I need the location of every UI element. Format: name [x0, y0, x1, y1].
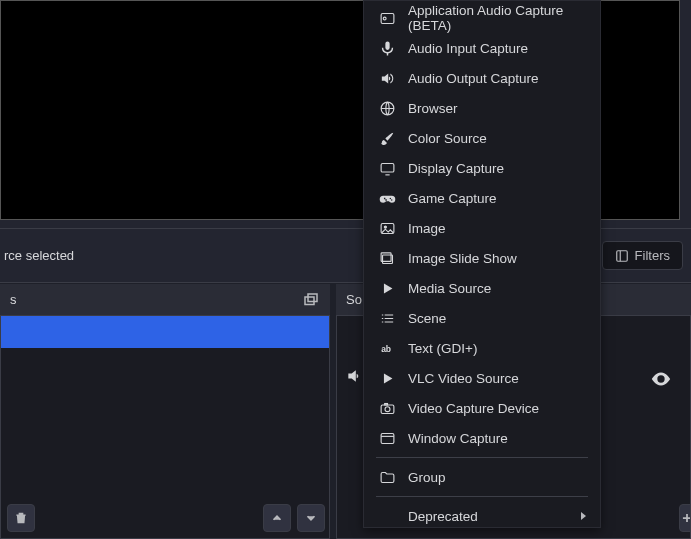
menu-separator — [376, 457, 588, 458]
menu-label: Scene — [408, 311, 446, 326]
move-scene-up-button[interactable] — [263, 504, 291, 532]
svg-point-10 — [384, 226, 386, 228]
menu-item-deprecated[interactable]: Deprecated — [364, 501, 600, 531]
speaker-icon — [345, 366, 365, 386]
scene-row-active[interactable] — [1, 316, 329, 348]
menu-label: Display Capture — [408, 161, 504, 176]
menu-label: Browser — [408, 101, 458, 116]
filters-button[interactable]: Filters — [602, 241, 683, 270]
scenes-dock: s — [0, 284, 330, 539]
svg-point-6 — [383, 17, 386, 20]
menu-label: Video Capture Device — [408, 401, 539, 416]
svg-rect-17 — [381, 433, 394, 443]
svg-rect-0 — [616, 250, 627, 261]
text-icon: ab — [378, 339, 396, 357]
chevron-down-icon — [304, 511, 318, 525]
menu-label: Text (GDI+) — [408, 341, 477, 356]
move-scene-down-button[interactable] — [297, 504, 325, 532]
sources-bottom-toolbar — [673, 498, 690, 538]
add-source-button[interactable] — [679, 504, 691, 532]
menu-label: Deprecated — [408, 509, 478, 524]
camera-icon — [378, 399, 396, 417]
menu-separator — [376, 496, 588, 497]
menu-item-browser[interactable]: Browser — [364, 93, 600, 123]
add-source-menu: Application Audio Capture (BETA) Audio I… — [363, 0, 601, 528]
menu-label: Audio Input Capture — [408, 41, 528, 56]
gamepad-icon — [378, 189, 396, 207]
menu-label: Window Capture — [408, 431, 508, 446]
menu-item-window-capture[interactable]: Window Capture — [364, 423, 600, 453]
scenes-header[interactable]: s — [0, 284, 330, 316]
play-icon — [378, 369, 396, 387]
plus-icon — [680, 511, 691, 525]
menu-item-game-capture[interactable]: Game Capture — [364, 183, 600, 213]
visibility-toggle[interactable] — [650, 368, 672, 390]
svg-rect-16 — [384, 403, 387, 404]
menu-item-audio-input[interactable]: Audio Input Capture — [364, 33, 600, 63]
menu-label: Image Slide Show — [408, 251, 517, 266]
list-icon — [378, 309, 396, 327]
globe-icon — [378, 99, 396, 117]
svg-point-15 — [385, 406, 390, 411]
menu-label: Media Source — [408, 281, 491, 296]
speaker-icon — [378, 69, 396, 87]
menu-item-group[interactable]: Group — [364, 462, 600, 492]
scenes-bottom-toolbar — [1, 498, 330, 538]
menu-item-display-capture[interactable]: Display Capture — [364, 153, 600, 183]
menu-item-audio-output[interactable]: Audio Output Capture — [364, 63, 600, 93]
menu-label: Audio Output Capture — [408, 71, 539, 86]
menu-item-image-slide-show[interactable]: Image Slide Show — [364, 243, 600, 273]
scenes-title: s — [10, 292, 17, 307]
menu-item-video-capture[interactable]: Video Capture Device — [364, 393, 600, 423]
image-icon — [378, 219, 396, 237]
monitor-icon — [378, 159, 396, 177]
chevron-up-icon — [270, 511, 284, 525]
menu-item-app-audio-beta[interactable]: Application Audio Capture (BETA) — [364, 3, 600, 33]
delete-scene-button[interactable] — [7, 504, 35, 532]
mic-icon — [378, 39, 396, 57]
menu-label: VLC Video Source — [408, 371, 519, 386]
menu-label: Application Audio Capture (BETA) — [408, 3, 586, 33]
menu-label: Game Capture — [408, 191, 497, 206]
folder-icon — [378, 468, 396, 486]
menu-label: Image — [408, 221, 446, 236]
filters-label: Filters — [635, 248, 670, 263]
play-icon — [378, 279, 396, 297]
brush-icon — [378, 129, 396, 147]
app-audio-icon — [378, 9, 396, 27]
sources-title: So — [346, 292, 362, 307]
menu-item-color-source[interactable]: Color Source — [364, 123, 600, 153]
scenes-list[interactable] — [0, 316, 330, 539]
menu-item-image[interactable]: Image — [364, 213, 600, 243]
svg-rect-8 — [381, 163, 394, 172]
menu-item-vlc-video[interactable]: VLC Video Source — [364, 363, 600, 393]
popout-icon[interactable] — [302, 291, 320, 309]
menu-item-scene[interactable]: Scene — [364, 303, 600, 333]
slideshow-icon — [378, 249, 396, 267]
filters-icon — [615, 249, 629, 263]
menu-item-media-source[interactable]: Media Source — [364, 273, 600, 303]
menu-item-text-gdi[interactable]: ab Text (GDI+) — [364, 333, 600, 363]
menu-label: Group — [408, 470, 446, 485]
menu-label: Color Source — [408, 131, 487, 146]
trash-icon — [14, 511, 28, 525]
selection-status: rce selected — [4, 248, 74, 263]
window-icon — [378, 429, 396, 447]
svg-text:ab: ab — [381, 344, 391, 354]
